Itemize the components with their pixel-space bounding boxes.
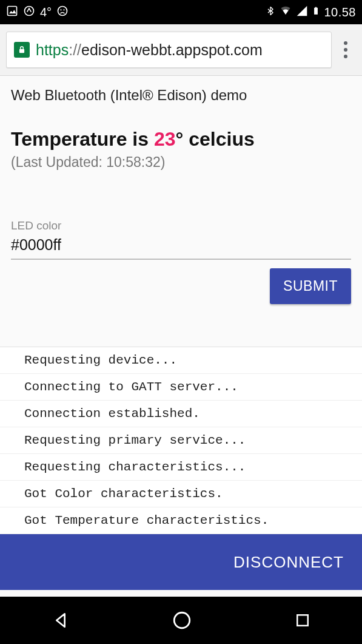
battery-icon xyxy=(312,4,320,21)
demo-title: Web Bluetooth (Intel® Edison) demo xyxy=(11,87,351,104)
android-status-bar: 4° 10.58 xyxy=(0,0,362,24)
nav-home-button[interactable] xyxy=(172,610,192,631)
log-line: Requesting characteristics... xyxy=(0,454,362,481)
lock-icon xyxy=(14,42,30,58)
log-line: Connecting to GATT server... xyxy=(0,374,362,401)
svg-point-5 xyxy=(64,9,65,10)
svg-point-4 xyxy=(61,9,62,10)
log-line: Got Color characteristics. xyxy=(0,481,362,507)
bluetooth-icon xyxy=(266,4,275,21)
url-host: edison-webbt.appspot.com xyxy=(81,41,263,58)
browser-menu-button[interactable] xyxy=(332,41,356,58)
android-nav-bar xyxy=(0,597,362,644)
last-updated: (Last Updated: 10:58:32) xyxy=(11,154,351,171)
disconnect-button[interactable]: DISCONNECT xyxy=(233,553,344,572)
log-line: Got Temperature characteristics. xyxy=(0,507,362,534)
address-bar[interactable]: https://edison-webbt.appspot.com xyxy=(6,32,332,68)
log-line: Requesting primary service... xyxy=(0,427,362,454)
browser-toolbar: https://edison-webbt.appspot.com xyxy=(0,24,362,76)
circle-outline-icon xyxy=(23,5,35,20)
temperature-value: 23 xyxy=(154,128,176,150)
url-scheme: https xyxy=(36,41,69,58)
temperature-prefix: Temperature is xyxy=(11,128,154,150)
svg-rect-6 xyxy=(315,7,318,14)
sad-face-icon xyxy=(56,5,69,20)
log-list: Requesting device... Connecting to GATT … xyxy=(0,347,362,534)
svg-point-9 xyxy=(174,612,190,628)
nav-recents-button[interactable] xyxy=(293,611,312,629)
temperature-suffix: ° celcius xyxy=(176,128,255,150)
svg-rect-8 xyxy=(19,49,24,53)
cellular-icon xyxy=(296,5,308,20)
log-line: Requesting device... xyxy=(0,347,362,374)
image-icon xyxy=(6,5,18,20)
page-content: Web Bluetooth (Intel® Edison) demo Tempe… xyxy=(0,76,362,597)
footer-action-bar: DISCONNECT xyxy=(0,534,362,590)
svg-rect-7 xyxy=(315,7,317,8)
svg-marker-1 xyxy=(9,10,16,13)
weather-temperature: 4° xyxy=(40,5,52,19)
url-separator: :// xyxy=(69,41,81,58)
svg-rect-10 xyxy=(297,615,308,626)
log-line: Connection established. xyxy=(0,401,362,427)
submit-button[interactable]: SUBMIT xyxy=(270,268,351,304)
led-color-input[interactable] xyxy=(11,232,351,260)
temperature-heading: Temperature is 23° celcius xyxy=(11,128,351,151)
svg-point-3 xyxy=(58,6,67,15)
svg-rect-0 xyxy=(8,6,17,15)
nav-back-button[interactable] xyxy=(51,611,70,630)
status-clock: 10.58 xyxy=(324,5,356,19)
led-color-label: LED color xyxy=(11,219,351,232)
wifi-icon xyxy=(279,5,292,19)
url-text: https://edison-webbt.appspot.com xyxy=(36,41,263,59)
